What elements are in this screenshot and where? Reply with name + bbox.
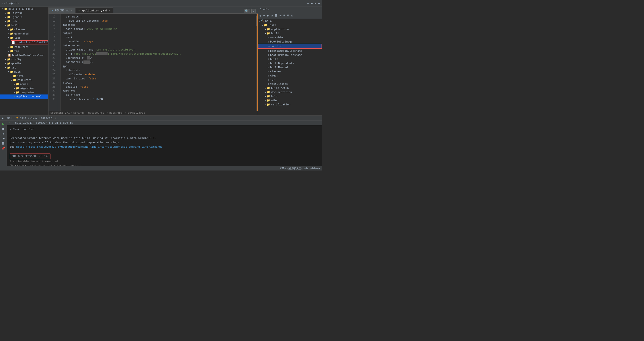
folder-icon: 📁 [267,28,270,31]
code-line: output: [62,31,254,35]
tree-item-migration[interactable]: ▸ 📁 migration [0,86,48,90]
run-tab[interactable]: 🏃 halo-1.4.17 [bootJar] ✕ [14,116,58,120]
gradle-item-bootjar[interactable]: ⚙ bootJar [258,44,322,49]
tree-item-generated[interactable]: ▸ 📁 generated [0,32,48,36]
code-content[interactable]: pathmatch: use-suffix-pattern: true jack… [61,14,256,111]
tree-item-gradle[interactable]: ▸ 📁 .gradle [0,15,48,19]
tree-item-idea[interactable]: ▸ 📁 .idea [0,19,48,23]
gradle-refresh-icon[interactable]: ↺ [259,13,262,18]
tree-item-libs[interactable]: ▾ 📁 libs [0,36,48,40]
expand-arrow: ▸ [5,62,6,65]
pin-button[interactable]: 📌 [2,147,5,150]
gear-icon: ⚙ [268,70,269,73]
code-line: datasource: [62,44,254,48]
gradle-list-icon[interactable]: ☰ [274,13,278,18]
stop-button[interactable]: ⏹ [2,127,5,131]
layout-icon[interactable]: ≡ [311,2,312,5]
tab-application-yaml[interactable]: ⚙ application.yaml ✕ [75,8,113,13]
gradle-expand-icon[interactable]: ⊞ [283,13,286,18]
breadcrumb-datasource: datasource: [88,111,106,114]
tab-readme[interactable]: M README.md ✕ [48,8,75,13]
close-tab-yaml[interactable]: ✕ [109,9,110,12]
run-output[interactable]: > Task :bootJar Deprecated Gradle featur… [7,125,322,166]
minimize-icon[interactable]: — [318,2,320,5]
sync-icon[interactable]: ⊕ [307,2,309,5]
gradle-docs-link[interactable]: https://docs.gradle.org/7.0/userguide/co… [16,145,162,148]
gradle-item-bootrunmainclassname[interactable]: ⚙ bootRunMainClassName [258,53,322,57]
eye-button[interactable]: 👁 [2,137,5,140]
gradle-item-builddependents[interactable]: ⚙ buildDependents [258,61,322,65]
run-tab-close[interactable]: ✕ [54,117,56,119]
editor-tool-icon[interactable]: 🔍 [244,9,250,13]
line-numbers: 1112131415 1617181920 2122232425 2627282… [48,14,57,111]
tree-item-resources-build[interactable]: ▸ 📁 resources [0,45,48,49]
tree-item-root[interactable]: ▾ 📁 halo-1.4.17 [halo] [0,7,48,11]
gradle-add-icon[interactable]: + [263,13,266,18]
gradle-header: Gradle [258,7,322,12]
tree-item-admin[interactable]: ▸ 📁 admin [0,82,48,86]
gradle-item-build-setup[interactable]: ▸ 📁 build setup [258,86,322,90]
gradle-item-halo[interactable]: ▾ 🔨 halo [258,19,322,23]
vertical-scrollbar[interactable] [256,14,258,111]
gradle-item-clean[interactable]: ⚙ clean [258,74,322,78]
tree-item-bootjar-classname[interactable]: 📋 bootJarMainClassName [0,53,48,57]
tree-label: application.yaml [16,95,42,98]
expand-arrow: ▸ [11,74,12,78]
gradle-item-other[interactable]: ▸ 📁 other [258,98,322,103]
tree-item-github[interactable]: ▸ 📁 .github [0,11,48,15]
gear-icon: ⚙ [268,66,269,69]
folder-icon: 📁 [10,70,13,73]
tree-item-classes[interactable]: ▸ 📁 classes [0,28,48,32]
tree-item-java[interactable]: ▸ 📁 java [0,74,48,78]
tree-label: halo-1.4.13-SNAPSHOT.jar [18,41,48,44]
gradle-item-build-task[interactable]: ⚙ build [258,57,322,61]
gear-icon: ⚙ [268,36,269,39]
gradle-item-bootbuildimage[interactable]: ⚙ bootBuildImage [258,40,322,44]
gradle-filter-icon[interactable]: ≡ [279,13,282,18]
breadcrumb-doc: Document 1/1 [50,111,70,114]
expand-arrow: ▾ [5,24,6,27]
folder-icon: 📁 [10,28,13,31]
play-button[interactable]: ▶ [2,122,4,126]
gradle-item-jar[interactable]: ⚙ jar [258,78,322,82]
rerun-button[interactable]: ↺ [2,132,4,136]
gradle-item-classes[interactable]: ⚙ classes [258,70,322,74]
gradle-collapse-icon[interactable]: ⊟ [287,13,290,18]
list-button[interactable]: ☰ [2,142,4,145]
tree-item-config[interactable]: ▸ 📁 config [0,57,48,62]
expand-arrow: ▸ [265,28,266,31]
close-tab-readme[interactable]: ✕ [70,9,72,12]
gradle-settings-icon[interactable]: ⚙ [291,13,294,18]
gradle-item-verification[interactable]: ▸ 📁 verification [258,103,322,107]
gradle-item-buildneeded[interactable]: ⚙ buildNeeded [258,65,322,70]
tree-label: .idea [12,20,20,23]
gradle-debug-icon[interactable]: ⚙ [270,13,273,18]
gradle-item-documentation[interactable]: ▸ 📁 documentation [258,90,322,94]
gradle-item-assemble[interactable]: ⚙ assemble [258,36,322,40]
tree-item-tmp[interactable]: ▸ 📁 tmp [0,49,48,53]
gradle-item-build-folder[interactable]: ▾ 📁 build [258,31,322,36]
expand-arrow: ▸ [5,58,6,61]
gradle-item-testclasses[interactable]: ⚙ testClasses [258,82,322,86]
tree-label: .gradle [12,16,22,19]
tree-item-jar[interactable]: 📄 halo-1.4.13-SNAPSHOT.jar [0,40,48,45]
gradle-item-bootjarmainclassname[interactable]: ⚙ bootJarMainClassName [258,49,322,53]
settings-icon[interactable]: ⚙ [315,2,316,5]
gradle-run-icon[interactable]: ▶ [267,13,270,18]
gradle-item-tasks[interactable]: ▾ 📁 Tasks [258,23,322,27]
gradle-label: application [271,28,289,31]
gradle-item-application[interactable]: ▸ 📁 application [258,27,322,31]
editor-close-icon[interactable]: ✕ [252,9,256,13]
tree-item-src[interactable]: ▾ 📁 src [0,66,48,70]
tree-item-application-yaml[interactable]: ⚙ application.yaml [0,95,48,99]
project-icon: 🗂 [2,2,5,5]
code-line: date-format: yyyy-MM-dd HH:mm:ss [62,27,254,31]
run-content-area: ✓ ✓ halo-1.4.17 [bootJar]: s 35 s 579 ms… [7,121,322,166]
tree-item-resources-src[interactable]: ▾ 📁 resources [0,78,48,82]
tree-item-templates[interactable]: ▸ 📁 templates [0,90,48,95]
gradle-item-help[interactable]: ▸ 📁 help [258,94,322,98]
tree-item-main[interactable]: ▾ 📁 main [0,70,48,74]
tree-item-build[interactable]: ▾ 📁 build [0,23,48,28]
tree-item-gradle-dir[interactable]: ▸ 📁 gradle [0,62,48,66]
code-line: servlet: [62,89,254,93]
